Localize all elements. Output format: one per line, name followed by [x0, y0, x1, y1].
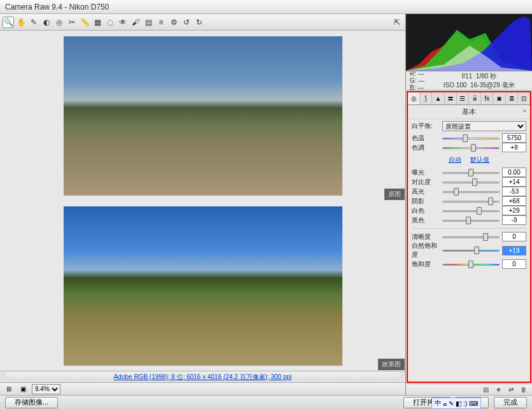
zoom-select[interactable]: 9.4%	[32, 384, 60, 394]
vibrance-value[interactable]	[502, 246, 526, 255]
clarity-label: 清晰度	[412, 233, 440, 241]
auto-link[interactable]: 自动	[449, 156, 461, 163]
filmstrip-toggle-icon[interactable]: ▤	[481, 386, 490, 393]
zoom-bar: ⊞ ▣ 9.4%	[0, 382, 405, 395]
tab-camera[interactable]: ◙	[493, 92, 505, 104]
blacks-label: 黑色	[412, 216, 440, 225]
zoom-tool-icon[interactable]: 🔍	[3, 17, 14, 28]
exposure-label: 曝光	[412, 168, 440, 177]
slider-row-clarity: 清晰度	[412, 232, 526, 241]
whites-slider[interactable]	[442, 206, 500, 215]
rotate-cw-icon[interactable]: ↻	[193, 17, 205, 28]
slider-row-shadows: 阴影	[412, 196, 526, 206]
blacks-slider[interactable]	[442, 216, 500, 225]
shadows-slider[interactable]	[442, 197, 500, 206]
crop-tool-icon[interactable]: ✂	[66, 17, 78, 28]
slider-row-contrast: 对比度	[412, 177, 526, 187]
tab-basic[interactable]: ◎	[408, 92, 420, 104]
preferences-icon[interactable]: ⚙	[168, 17, 179, 28]
whites-label: 白色	[412, 206, 440, 215]
result-badge: 效果图	[378, 359, 405, 370]
window-title: Camera Raw 9.4 - Nikon D750	[5, 3, 109, 11]
histogram[interactable]	[406, 14, 532, 71]
tab-detail[interactable]: ▲	[432, 92, 444, 104]
spot-removal-tool-icon[interactable]: ◌	[104, 17, 116, 28]
rotate-ccw-icon[interactable]: ↺	[181, 17, 192, 28]
tab-curve[interactable]: ⟆	[420, 92, 432, 104]
trash-icon[interactable]: 🗑	[519, 386, 528, 393]
shadows-value[interactable]	[502, 196, 526, 206]
tint-label: 色调	[412, 143, 440, 152]
titlebar: Camera Raw 9.4 - Nikon D750	[0, 0, 532, 14]
tint-value[interactable]	[502, 143, 526, 152]
slider-row-tint: 色调	[412, 143, 526, 152]
rating-icon[interactable]: ★	[494, 386, 503, 393]
highlights-value[interactable]	[502, 187, 526, 196]
targeted-adjust-tool-icon[interactable]: ◎	[53, 17, 65, 28]
toggle-preview-mode-icon[interactable]: ⇱	[391, 17, 403, 28]
slider-row-whites: 白色	[412, 206, 526, 215]
tab-hsl[interactable]: 〓	[445, 92, 457, 104]
tint-slider[interactable]	[442, 143, 500, 152]
tab-split[interactable]: ☰	[457, 92, 469, 104]
tab-presets[interactable]: ≣	[506, 92, 518, 104]
zoom-levels-icon[interactable]: ⊞	[4, 385, 14, 392]
workflow-options-link[interactable]: Adobe RGB (1998); 8 位; 6016 x 4016 (24.2…	[6, 371, 400, 382]
highlights-slider[interactable]	[442, 187, 500, 196]
done-button[interactable]: 完成	[494, 397, 527, 408]
adjustment-brush-icon[interactable]: 🖌	[130, 17, 141, 28]
temp-slider[interactable]	[442, 134, 500, 143]
clarity-value[interactable]	[502, 232, 526, 241]
tab-lens[interactable]: ⅲ	[469, 92, 481, 104]
temp-value[interactable]	[502, 133, 526, 143]
color-sampler-tool-icon[interactable]: ◐	[41, 17, 52, 28]
panel-menu-icon[interactable]: ≡	[523, 108, 526, 114]
top-toolbar: 🔍 ✋ ✎ ◐ ◎ ✂ 📏 ▦ ◌ 👁 🖌 ▤ ≡ ⚙ ↺ ↻ ⇱	[0, 14, 405, 31]
wb-select[interactable]: 原照设置	[442, 121, 526, 131]
preview-area: 原图 效果图	[0, 31, 405, 371]
temp-label: 色温	[412, 134, 440, 143]
contrast-label: 对比度	[412, 178, 440, 187]
slider-row-exposure: 曝光	[412, 168, 526, 177]
panel-tabs: ◎ ⟆ ▲ 〓 ☰ ⅲ fx ◙ ≣ ⊡	[408, 92, 530, 105]
red-eye-tool-icon[interactable]: 👁	[117, 17, 129, 28]
slider-row-blacks: 黑色	[412, 215, 526, 225]
exposure-slider[interactable]	[442, 168, 500, 177]
saturation-label: 饱和度	[412, 260, 440, 269]
preview-original[interactable]: 原图	[0, 31, 405, 201]
tab-snapshots[interactable]: ⊡	[518, 92, 530, 104]
basic-panel: 白平衡: 原照设置 色温 色调 自动 默认值 曝光 对比度	[408, 119, 530, 382]
graduated-filter-icon[interactable]: ▤	[143, 17, 154, 28]
exif-readout: R: --- G: --- B: --- f/11 1/80 秒 ISO 100…	[406, 71, 532, 90]
tab-fx[interactable]: fx	[481, 92, 493, 104]
hand-tool-icon[interactable]: ✋	[15, 17, 27, 28]
white-balance-tool-icon[interactable]: ✎	[28, 17, 39, 28]
slider-row-saturation: 饱和度	[412, 259, 526, 269]
slider-row-highlights: 高光	[412, 187, 526, 196]
preview-result[interactable]: 效果图	[0, 201, 405, 371]
slider-row-temp: 色温	[412, 133, 526, 143]
ime-bar[interactable]: 中ⴰ✎◧:)⌨	[431, 398, 481, 409]
filmstrip-bar: ▤ ★ ⇄ 🗑	[406, 384, 532, 395]
vibrance-slider[interactable]	[442, 246, 500, 255]
original-badge: 原图	[384, 189, 405, 200]
save-image-button[interactable]: 存储图像...	[5, 397, 58, 408]
saturation-value[interactable]	[502, 259, 526, 269]
contrast-value[interactable]	[502, 177, 526, 187]
highlights-label: 高光	[412, 187, 440, 196]
clarity-slider[interactable]	[442, 233, 500, 241]
saturation-slider[interactable]	[442, 260, 500, 269]
blacks-value[interactable]	[502, 215, 526, 225]
sync-icon[interactable]: ⇄	[507, 386, 515, 393]
wb-label: 白平衡:	[412, 122, 440, 131]
default-link[interactable]: 默认值	[470, 156, 489, 163]
exposure-value[interactable]	[502, 168, 526, 177]
transform-tool-icon[interactable]: ▦	[92, 17, 103, 28]
whites-value[interactable]	[502, 206, 526, 215]
fit-view-icon[interactable]: ▣	[18, 385, 28, 392]
vibrance-label: 自然饱和度	[412, 241, 440, 259]
shadows-label: 阴影	[412, 197, 440, 206]
radial-filter-icon[interactable]: ≡	[155, 17, 167, 28]
straighten-tool-icon[interactable]: 📏	[79, 17, 90, 28]
contrast-slider[interactable]	[442, 178, 500, 187]
